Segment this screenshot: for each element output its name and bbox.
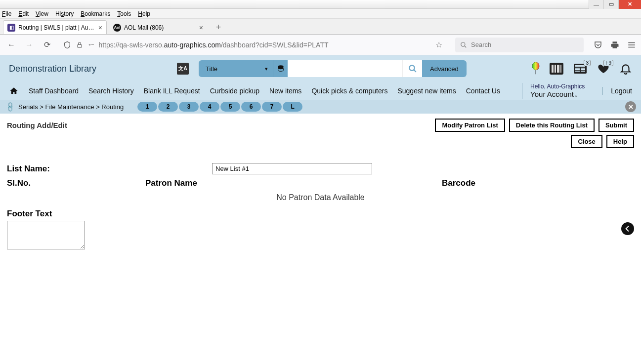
new-tab-button[interactable]: + <box>213 21 224 33</box>
tab-favicon: Aol <box>113 24 121 32</box>
menu-bookmarks[interactable]: Bookmarks <box>81 10 110 17</box>
nav-suggest[interactable]: Suggest new items <box>397 87 456 95</box>
logout-link[interactable]: Logout <box>602 87 632 95</box>
nav-reload-button[interactable]: ⟳ <box>41 39 53 51</box>
balloon-icon[interactable] <box>531 62 540 75</box>
catalog-search-button[interactable] <box>402 60 422 77</box>
main-nav: Staff Dashboard Search History Blank ILL… <box>0 82 641 100</box>
window-minimize-button[interactable]: — <box>589 0 603 9</box>
app-menu-icon[interactable] <box>627 40 636 49</box>
help-button[interactable]: Help <box>606 135 634 148</box>
tab-close-icon[interactable]: × <box>98 24 102 32</box>
step-7[interactable]: 7 <box>262 102 282 112</box>
step-3[interactable]: 3 <box>179 102 199 112</box>
svg-rect-21 <box>581 68 585 69</box>
news-icon[interactable]: 3 <box>573 63 588 75</box>
nav-quick-picks[interactable]: Quick picks & computers <box>311 87 387 95</box>
svg-rect-15 <box>560 65 561 73</box>
svg-rect-20 <box>575 71 580 72</box>
nav-back-button[interactable]: ← <box>5 39 18 51</box>
favorites-icon[interactable]: F9 <box>597 63 610 75</box>
menu-history[interactable]: History <box>55 10 74 17</box>
tab-label: AOL Mail (806) <box>124 24 196 31</box>
home-icon[interactable] <box>9 86 19 95</box>
svg-rect-23 <box>581 71 585 72</box>
step-l[interactable]: L <box>283 102 302 112</box>
catalog-search-input[interactable] <box>288 60 402 77</box>
step-6[interactable]: 6 <box>241 102 261 112</box>
modify-patron-list-button[interactable]: Modify Patron List <box>435 119 505 132</box>
tab-close-icon[interactable]: × <box>199 24 203 32</box>
svg-line-2 <box>465 45 467 47</box>
advanced-search-button[interactable]: Advanced <box>422 60 467 77</box>
tab-routing[interactable]: ◧ Routing | SWLS | platt | Auto-Gr × <box>3 20 107 34</box>
nav-staff-dashboard[interactable]: Staff Dashboard <box>29 87 79 95</box>
table-header: Sl.No. Patron Name Barcode <box>7 178 634 188</box>
menu-file[interactable]: File <box>2 10 11 17</box>
close-button[interactable]: Close <box>571 135 602 148</box>
menu-tools[interactable]: Tools <box>117 10 131 17</box>
tab-strip: ◧ Routing | SWLS | platt | Auto-Gr × Aol… <box>0 19 641 35</box>
menu-view[interactable]: View <box>36 10 48 17</box>
col-barcode: Barcode <box>442 178 475 188</box>
nav-forward-button[interactable]: → <box>23 39 36 51</box>
step-indicators: 1 2 3 4 5 6 7 L <box>137 102 302 112</box>
breadcrumb-close-icon[interactable]: ✕ <box>625 101 636 112</box>
menu-edit[interactable]: Edit <box>18 10 29 17</box>
back-circle-button[interactable] <box>621 222 634 235</box>
nav-blank-ill[interactable]: Blank ILL Request <box>144 87 200 95</box>
search-type-label: Title <box>206 65 217 73</box>
url-field[interactable]: ∘− https://qa-swls-verso.auto-graphics.c… <box>58 40 450 49</box>
svg-rect-14 <box>557 65 559 73</box>
search-type-select[interactable]: Title <box>199 60 273 77</box>
col-slno: Sl.No. <box>7 178 145 188</box>
nav-contact[interactable]: Contact Us <box>466 87 500 95</box>
print-icon[interactable] <box>610 40 619 49</box>
catalog-search: Title Advanced <box>199 60 467 77</box>
svg-rect-12 <box>552 65 554 73</box>
list-name-input[interactable] <box>212 163 372 174</box>
search-placeholder: Search <box>471 41 491 48</box>
no-data-message: No Patron Data Available <box>7 193 634 202</box>
url-toolbar: ← → ⟳ ∘− https://qa-swls-verso.auto-grap… <box>0 35 641 55</box>
window-maximize-button[interactable]: ▭ <box>603 0 618 9</box>
svg-rect-19 <box>575 69 580 70</box>
window-close-button[interactable]: ✕ <box>618 0 641 9</box>
footer-text-input[interactable] <box>7 221 85 249</box>
search-icon <box>460 41 467 48</box>
nav-curbside[interactable]: Curbside pickup <box>210 87 259 95</box>
step-2[interactable]: 2 <box>158 102 178 112</box>
library-name: Demonstration Library <box>9 64 167 74</box>
your-account-dropdown[interactable]: Your Account⌄ <box>530 90 585 99</box>
nav-search-history[interactable]: Search History <box>88 87 134 95</box>
bookmark-star-icon[interactable]: ☆ <box>435 40 442 49</box>
nav-new-items[interactable]: New items <box>269 87 301 95</box>
svg-point-1 <box>461 42 465 46</box>
bell-icon[interactable] <box>619 62 632 75</box>
chevron-down-icon: ⌄ <box>574 92 578 98</box>
step-4[interactable]: 4 <box>200 102 219 112</box>
link-icon: 🔗 <box>4 101 16 112</box>
page-content: Routing Add/Edit Modify Patron List Dele… <box>0 114 641 364</box>
scan-icon[interactable] <box>549 62 564 75</box>
tab-aol[interactable]: Aol AOL Mail (806) × <box>109 20 208 34</box>
breadcrumb-bar: 🔗 Serials > File Maintenance > Routing 1… <box>0 100 641 114</box>
svg-rect-13 <box>555 65 556 73</box>
pocket-icon[interactable] <box>594 40 602 49</box>
fav-badge: F9 <box>603 60 613 66</box>
menu-help[interactable]: Help <box>138 10 150 17</box>
step-5[interactable]: 5 <box>220 102 240 112</box>
delete-routing-list-button[interactable]: Delete this Routing List <box>509 119 595 132</box>
svg-point-7 <box>409 65 415 71</box>
url-text: https://qa-swls-verso.auto-graphics.com/… <box>98 41 427 49</box>
submit-button[interactable]: Submit <box>598 119 634 132</box>
svg-rect-22 <box>581 69 585 70</box>
svg-rect-0 <box>78 44 82 47</box>
browser-search-box[interactable]: Search <box>455 38 584 52</box>
step-1[interactable]: 1 <box>137 102 157 112</box>
lock-icon <box>76 41 83 48</box>
col-patron: Patron Name <box>145 178 442 188</box>
language-icon[interactable]: 文A <box>177 63 189 75</box>
hello-text: Hello, Auto-Graphics <box>530 83 585 90</box>
database-icon[interactable] <box>273 60 288 77</box>
